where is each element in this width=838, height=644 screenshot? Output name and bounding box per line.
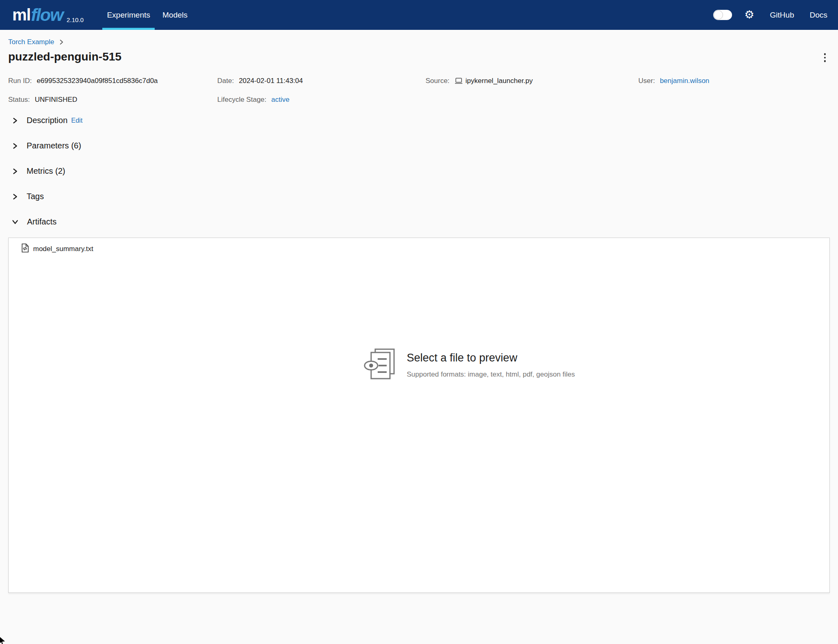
tab-experiments[interactable]: Experiments (101, 0, 156, 30)
logo-ml-text: ml (12, 6, 31, 24)
chevron-right-icon (12, 168, 18, 175)
breadcrumb-experiment-link[interactable]: Torch Example (8, 38, 54, 46)
user-field: User: benjamin.wilson (638, 77, 830, 85)
run-id-value: e6995325323940a09f851cd5836c7d0a (37, 77, 158, 85)
chevron-right-icon (12, 193, 18, 200)
section-parameters[interactable]: Parameters (6) (8, 133, 830, 159)
title-row: puzzled-penguin-515 (8, 50, 830, 65)
status-field: Status: UNFINISHED (8, 96, 217, 104)
github-link[interactable]: GitHub (770, 11, 794, 20)
chevron-right-icon (12, 143, 18, 149)
description-edit-link[interactable]: Edit (71, 117, 83, 124)
mouse-cursor (0, 637, 5, 644)
collapsible-sections: Description Edit Parameters (6) Metrics … (8, 108, 830, 235)
run-id-label: Run ID: (8, 77, 32, 85)
user-link[interactable]: benjamin.wilson (660, 77, 710, 85)
preview-title: Select a file to preview (407, 352, 575, 364)
lifecycle-field: Lifecycle Stage: active (217, 96, 426, 104)
run-id-field: Run ID: e6995325323940a09f851cd5836c7d0a (8, 77, 217, 85)
section-metrics[interactable]: Metrics (2) (8, 159, 830, 184)
lifecycle-label: Lifecycle Stage: (217, 96, 266, 104)
theme-toggle-knob (714, 10, 723, 20)
theme-toggle[interactable] (713, 10, 732, 20)
date-label: Date: (217, 77, 234, 85)
section-tags[interactable]: Tags (8, 184, 830, 209)
date-value: 2024-02-01 11:43:04 (239, 77, 303, 85)
chevron-right-icon (12, 117, 18, 124)
status-value: UNFINISHED (35, 96, 77, 104)
section-metrics-label: Metrics (2) (27, 166, 65, 176)
artifact-file-item[interactable]: model_summary.txt (9, 238, 93, 255)
section-artifacts[interactable]: Artifacts (8, 209, 830, 235)
section-tags-label: Tags (27, 192, 44, 201)
logo-flow-text: flow (31, 5, 63, 25)
page-title: puzzled-penguin-515 (8, 50, 122, 64)
section-parameters-label: Parameters (6) (27, 141, 81, 150)
run-metadata: Run ID: e6995325323940a09f851cd5836c7d0a… (8, 77, 830, 104)
artifact-file-name: model_summary.txt (33, 245, 93, 253)
chevron-down-icon (12, 219, 18, 225)
overflow-menu-icon[interactable] (820, 50, 830, 65)
source-field: Source: ipykernel_launcher.py (426, 77, 638, 85)
top-navbar: ml flow 2.10.0 Experiments Models ⚙ GitH… (0, 0, 838, 30)
run-page: Torch Example puzzled-penguin-515 Run ID… (0, 38, 838, 593)
section-artifacts-label: Artifacts (27, 217, 56, 227)
source-value: ipykernel_launcher.py (466, 77, 533, 85)
preview-subtitle: Supported formats: image, text, html, pd… (407, 370, 575, 379)
docs-link[interactable]: Docs (810, 11, 827, 20)
breadcrumb: Torch Example (8, 38, 830, 46)
breadcrumb-chevron-icon (59, 39, 63, 45)
source-label: Source: (426, 77, 450, 85)
section-description[interactable]: Description Edit (8, 108, 830, 133)
status-label: Status: (8, 96, 30, 104)
mlflow-logo[interactable]: ml flow 2.10.0 (12, 0, 83, 30)
artifacts-panel: model_summary.txt Select a file to previ… (8, 238, 830, 593)
tab-models[interactable]: Models (156, 0, 194, 30)
gear-icon[interactable]: ⚙ (744, 9, 754, 20)
version-label: 2.10.0 (67, 16, 84, 23)
lifecycle-value-link[interactable]: active (271, 96, 289, 104)
navbar-right: ⚙ GitHub Docs (713, 0, 827, 30)
laptop-icon (455, 78, 463, 84)
section-description-label: Description (27, 116, 68, 125)
file-preview-eye-icon (362, 348, 396, 382)
user-label: User: (638, 77, 655, 85)
code-file-icon (21, 243, 29, 255)
navbar-tabs: Experiments Models (101, 0, 194, 30)
preview-text-block: Select a file to preview Supported forma… (407, 352, 575, 379)
preview-placeholder: Select a file to preview Supported forma… (362, 348, 575, 382)
date-field: Date: 2024-02-01 11:43:04 (217, 77, 426, 85)
